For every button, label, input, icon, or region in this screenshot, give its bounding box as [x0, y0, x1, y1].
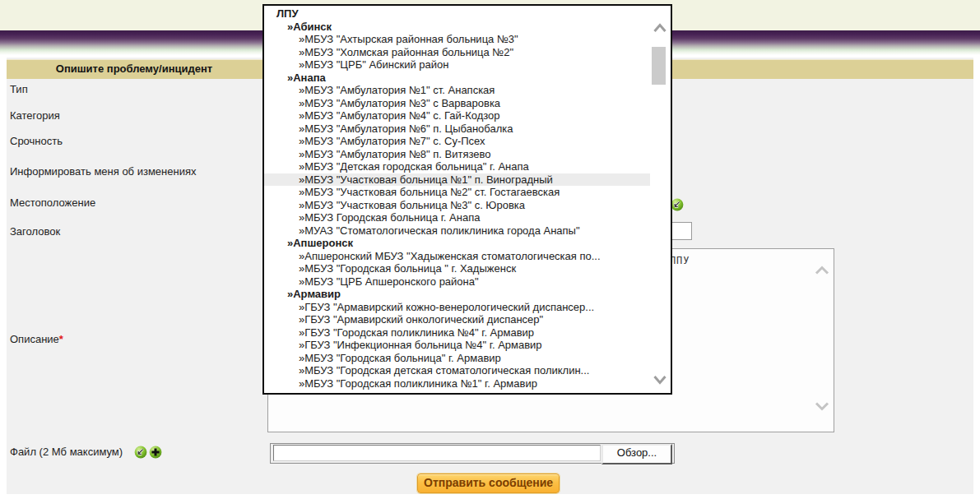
lpu-dropdown-item[interactable]: »МБУЗ "Ахтырская районная больница №3" — [264, 33, 651, 46]
field-label-urgency: Срочность — [10, 135, 63, 147]
field-label-description-text: Описание — [10, 333, 59, 345]
lpu-dropdown-item[interactable]: »Анапа — [264, 72, 651, 85]
lpu-dropdown-item[interactable]: »Армавир — [264, 288, 651, 301]
lpu-dropdown-item[interactable]: »МБУЗ "Амбулатория №3" с Варваровка — [264, 97, 651, 110]
lpu-dropdown-item[interactable]: »МБУЗ "Участковая больница №2" ст. Госта… — [264, 186, 651, 199]
file-icons — [134, 445, 162, 459]
lpu-dropdown-item[interactable]: »МБУЗ "Участковая больница №3" с. Юровка — [264, 199, 651, 212]
lpu-dropdown-item[interactable]: »МБУЗ "Городская детская стоматологическ… — [264, 364, 651, 377]
field-label-location: Местоположение — [10, 196, 95, 209]
lpu-dropdown-item[interactable]: »ГБУЗ "Армавирский кожно-венерологически… — [264, 301, 651, 314]
scroll-up-icon[interactable] — [653, 22, 667, 36]
lpu-dropdown-item[interactable]: »МБУЗ "Амбулатория №8" п. Витязево — [264, 148, 651, 161]
lpu-dropdown-item[interactable]: »Апшеронск — [264, 237, 651, 250]
lpu-dropdown-list: ЛПУ»Абинск»МБУЗ "Ахтырская районная боль… — [264, 6, 651, 393]
lpu-dropdown-item[interactable]: »МБУЗ "ЦРБ Апшеронского района" — [264, 275, 651, 289]
field-label-description: Описание* — [10, 333, 63, 345]
scroll-down-icon[interactable] — [653, 374, 667, 388]
submit-button[interactable]: Отправить сообщение — [417, 474, 560, 493]
file-input[interactable]: Обзор... — [270, 443, 675, 464]
lpu-dropdown-item[interactable]: »МБУЗ "Городская больница " г. Хадыженск — [264, 262, 651, 275]
field-label-file: Файл (2 Мб максимум) — [10, 446, 123, 458]
field-label-category: Категория — [10, 109, 60, 122]
add-file-icon[interactable] — [149, 446, 162, 459]
lpu-dropdown-item[interactable]: »ГБУЗ "Инфекционная больница №4" г. Арма… — [264, 339, 651, 352]
lpu-dropdown-item[interactable]: »МБУЗ "Амбулатория №1" ст. Анапская — [264, 84, 651, 97]
page: { "panel": { "title": "Опишите проблему/… — [0, 0, 980, 499]
required-asterisk: * — [59, 333, 63, 345]
dropdown-scrollbar[interactable] — [650, 19, 670, 391]
expand-file-icon[interactable] — [134, 446, 147, 459]
scrollbar-thumb[interactable] — [652, 47, 666, 85]
lpu-dropdown-item[interactable]: »МБУЗ "Участковая больница №1" п. Виногр… — [264, 173, 651, 187]
lpu-dropdown-item[interactable]: ЛПУ — [264, 7, 651, 21]
browse-button[interactable]: Обзор... — [601, 444, 672, 464]
lpu-dropdown: ЛПУ»Абинск»МБУЗ "Ахтырская районная боль… — [262, 4, 672, 395]
field-label-notify: Информировать меня об изменениях — [10, 165, 196, 178]
lpu-dropdown-item[interactable]: »МБУЗ "Детская городская больница" г. Ан… — [264, 160, 651, 173]
field-label-type: Тип — [10, 83, 28, 95]
lpu-dropdown-item[interactable]: »Абинск — [264, 21, 651, 34]
lpu-dropdown-item[interactable]: »МБУЗ "Городская больница" г. Армавир — [264, 352, 651, 365]
lpu-dropdown-item[interactable]: »МБУЗ "Холмская районная больница №2" — [264, 46, 651, 59]
lpu-dropdown-item[interactable]: »ГБУЗ "Армавирский онкологический диспан… — [264, 313, 651, 326]
form-title: Опишите проблему/инцидент — [7, 62, 262, 75]
expand-location-icon[interactable] — [671, 198, 684, 211]
field-label-title: Заголовок — [10, 225, 60, 238]
lpu-dropdown-item[interactable]: »МБУЗ "Городская поликлиника №1" г. Арма… — [264, 377, 651, 390]
lpu-dropdown-item[interactable]: »МУАЗ "Стоматологическая поликлиника гор… — [264, 224, 651, 238]
lpu-dropdown-item[interactable]: »МБУЗ "Амбулатория №7" с. Су-Псех — [264, 135, 651, 148]
lpu-dropdown-item[interactable]: »ГБУЗ "Городская поликлиника №4" г. Арма… — [264, 326, 651, 340]
lpu-dropdown-item[interactable]: »МБУЗ "Амбулатория №6" п. Цыбанобалка — [264, 122, 651, 136]
file-input-text[interactable] — [273, 445, 601, 461]
lpu-dropdown-item[interactable]: »МБУЗ "Амбулатория №4" с. Гай-Кодзор — [264, 109, 651, 122]
textarea-scroll-up-icon[interactable] — [814, 266, 830, 278]
textarea-scroll-down-icon[interactable] — [814, 401, 830, 414]
lpu-dropdown-item[interactable]: »МБУЗ Городская больница г. Анапа — [264, 211, 651, 224]
lpu-dropdown-item[interactable]: »МБУЗ "ЦРБ" Абинский район — [264, 58, 651, 72]
lpu-dropdown-item[interactable]: »Апшеронский МБУЗ "Хадыженская стоматоло… — [264, 250, 651, 263]
